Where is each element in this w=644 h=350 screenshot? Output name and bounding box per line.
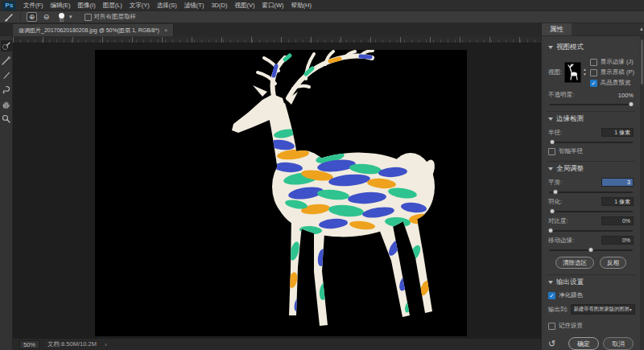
- high-quality-checkbox[interactable]: [590, 80, 597, 87]
- sample-all-layers-checkbox[interactable]: [85, 14, 92, 21]
- radius-slider-thumb[interactable]: [550, 139, 555, 145]
- view-thumbnail[interactable]: [564, 62, 581, 83]
- properties-panel: 属性 视图模式 视图:: [541, 23, 644, 350]
- section-view-mode[interactable]: 视图模式: [548, 43, 634, 52]
- show-edge-checkbox[interactable]: [590, 59, 597, 66]
- opacity-slider[interactable]: [549, 104, 633, 105]
- smooth-slider-thumb[interactable]: [553, 189, 559, 195]
- opacity-label: 不透明度:: [548, 91, 574, 99]
- menu-window[interactable]: 窗口(W): [262, 2, 283, 10]
- section-output-settings[interactable]: 输出设置: [548, 278, 634, 287]
- decontaminate-row[interactable]: 净化颜色: [548, 291, 634, 299]
- brush-dropdown-caret-icon[interactable]: ▾: [69, 14, 72, 20]
- opacity-row: 不透明度: 100%: [548, 91, 634, 99]
- smooth-label: 平滑:: [548, 179, 562, 187]
- scrollbar-thumb[interactable]: [641, 39, 643, 84]
- feather-slider[interactable]: [549, 211, 633, 212]
- document-tab[interactable]: 微调图片_20170620180208.jpg @ 50%(图层 1, RGB/…: [13, 24, 174, 36]
- deer-image: [95, 50, 467, 336]
- feather-field[interactable]: 1 像素: [601, 197, 634, 206]
- menu-view[interactable]: 视图(V): [234, 2, 254, 10]
- menu-layer[interactable]: 图层(L): [103, 2, 122, 10]
- invert-button[interactable]: 反相: [600, 257, 626, 269]
- remember-settings-row[interactable]: 记住设置: [548, 322, 634, 330]
- clear-selection-button[interactable]: 清除选区: [555, 257, 594, 269]
- document-size-label: 文档:8.50M/10.2M: [47, 340, 97, 348]
- shift-edge-field[interactable]: 0%: [601, 236, 634, 245]
- decontaminate-label: 净化颜色: [559, 291, 583, 299]
- zoom-level-field[interactable]: 50%: [19, 340, 39, 349]
- hand-tool-icon[interactable]: [1, 98, 12, 109]
- chevron-down-icon: [548, 281, 553, 284]
- contrast-label: 对比度:: [548, 217, 568, 225]
- status-options-arrow-icon[interactable]: ›: [105, 341, 107, 348]
- cancel-button[interactable]: 取消: [603, 337, 634, 350]
- menu-select[interactable]: 选择(S): [157, 2, 177, 10]
- radius-label: 半径:: [548, 129, 562, 137]
- tab-close-icon[interactable]: ×: [164, 27, 168, 34]
- scroll-up-icon[interactable]: [640, 27, 643, 31]
- view-mode-title: 视图模式: [556, 43, 584, 52]
- menu-3d[interactable]: 3D(D): [211, 2, 227, 9]
- shift-edge-slider[interactable]: [549, 249, 633, 251]
- high-quality-row[interactable]: 高品质预览: [590, 79, 634, 87]
- show-original-checkbox[interactable]: [590, 69, 597, 76]
- status-bar: 50% 文档:8.50M/10.2M ›: [13, 338, 541, 350]
- decontaminate-checkbox[interactable]: [548, 292, 555, 299]
- document-tab-bar: 微调图片_20170620180208.jpg @ 50%(图层 1, RGB/…: [0, 23, 541, 36]
- divider: [547, 161, 635, 162]
- ok-button[interactable]: 确定: [568, 337, 599, 350]
- brush-tool-icon[interactable]: [1, 69, 12, 80]
- feather-slider-thumb[interactable]: [550, 208, 555, 214]
- radius-field[interactable]: 1 像素: [601, 128, 634, 137]
- remember-settings-checkbox[interactable]: [548, 323, 555, 330]
- divider: [547, 111, 635, 112]
- menu-help[interactable]: 帮助(H): [291, 2, 312, 10]
- sample-all-layers-checkbox-row[interactable]: 对所有图层取样: [85, 13, 137, 21]
- add-to-selection-button[interactable]: ⊕: [27, 12, 37, 22]
- smart-radius-row[interactable]: 智能半径: [548, 147, 634, 155]
- shift-edge-slider-thumb[interactable]: [588, 247, 594, 253]
- brush-size-preview[interactable]: 50: [59, 13, 64, 22]
- smart-radius-checkbox[interactable]: [548, 148, 555, 155]
- menu-file[interactable]: 文件(F): [23, 2, 43, 10]
- separator: [20, 13, 21, 21]
- contrast-slider[interactable]: [549, 230, 633, 232]
- contrast-field[interactable]: 0%: [601, 216, 634, 225]
- smooth-field[interactable]: 3: [601, 178, 634, 187]
- opacity-slider-thumb[interactable]: [628, 101, 634, 107]
- menu-filter[interactable]: 滤镜(T): [184, 2, 204, 10]
- zoom-tool-icon[interactable]: [1, 113, 12, 124]
- edge-detection-title: 边缘检测: [556, 114, 584, 124]
- lasso-tool-icon[interactable]: [1, 84, 12, 95]
- show-edge-row[interactable]: 显示边缘 (J): [590, 58, 634, 66]
- panel-body: 视图模式 视图:: [542, 36, 641, 350]
- subtract-from-selection-button[interactable]: ⊖: [41, 12, 52, 22]
- quick-selection-tool-icon[interactable]: [1, 40, 12, 51]
- document-title: 微调图片_20170620180208.jpg @ 50%(图层 1, RGB/…: [19, 27, 159, 35]
- menu-image[interactable]: 图像(I): [78, 2, 96, 10]
- view-spinner[interactable]: ▴ ▾: [584, 68, 586, 76]
- radius-slider[interactable]: [549, 142, 633, 143]
- menu-edit[interactable]: 编辑(E): [51, 2, 71, 10]
- refine-edge-brush-tool-icon[interactable]: [1, 55, 12, 66]
- reset-icon[interactable]: ↺: [548, 340, 555, 348]
- output-to-dropdown[interactable]: 新建带有图层蒙版的图层 ▾: [571, 304, 635, 315]
- contrast-slider-thumb[interactable]: [548, 228, 554, 233]
- section-global-refinements[interactable]: 全局调整: [548, 164, 634, 174]
- section-edge-detection[interactable]: 边缘检测: [548, 114, 634, 124]
- shift-edge-row: 移动边缘: 0%: [548, 236, 634, 245]
- chevron-down-icon: [548, 117, 553, 121]
- menu-type[interactable]: 文字(Y): [130, 2, 150, 10]
- show-original-row[interactable]: 显示原稿 (P): [590, 68, 634, 76]
- smooth-slider[interactable]: [549, 191, 633, 193]
- tab-properties[interactable]: 属性: [542, 23, 572, 35]
- canvas[interactable]: [95, 50, 467, 336]
- opacity-value[interactable]: 100%: [618, 92, 634, 99]
- panel-scrollbar[interactable]: [640, 36, 644, 350]
- options-bar: ⊕ ⊖ 50 ▾ 对所有图层取样: [0, 11, 644, 23]
- view-block: 视图: ▴ ▾: [548, 57, 634, 87]
- spinner-down-icon[interactable]: ▾: [584, 72, 586, 76]
- chevron-down-icon: [548, 167, 553, 171]
- output-to-row: 输出到: 新建带有图层蒙版的图层 ▾: [548, 304, 634, 315]
